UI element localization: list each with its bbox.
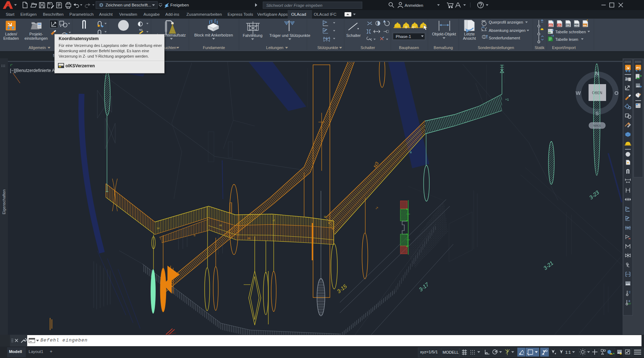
svg-text:+1: +1	[505, 98, 509, 101]
svg-text:Allgemein: Allgemein	[29, 45, 46, 50]
svg-text:Zeichnen und Beschrift...: Zeichnen und Beschrift...	[106, 3, 151, 7]
svg-text:84: 84	[248, 237, 250, 240]
svg-text:Anmelden: Anmelden	[405, 3, 423, 8]
svg-text:Träger und Stützpunkte: Träger und Stützpunkte	[269, 33, 311, 38]
svg-text:einstellungen: einstellungen	[25, 36, 48, 40]
svg-text:XML: XML	[583, 24, 587, 26]
svg-text:1:1: 1:1	[565, 350, 571, 354]
svg-text:Sonderdarstellungen: Sonderdarstellungen	[478, 45, 514, 50]
svg-text:Objekt-Objekt: Objekt-Objekt	[432, 32, 456, 36]
svg-text:Leitungen: Leitungen	[266, 45, 283, 50]
svg-text:Export/Import: Export/Import	[552, 45, 576, 50]
svg-text:3-17: 3-17	[418, 281, 430, 292]
svg-text:+4: +4	[375, 206, 379, 210]
svg-text:[−][Benutzerdefinierte An: [−][Benutzerdefinierte An	[10, 68, 57, 73]
svg-text:Sonderfundament: Sonderfundament	[489, 36, 520, 40]
svg-text:Stichwort oder Frage eingeben: Stichwort oder Frage eingeben	[266, 3, 322, 8]
svg-text:IFC: IFC	[636, 66, 641, 69]
svg-text:MT: MT	[628, 303, 631, 305]
svg-text:Letzte: Letzte	[464, 32, 475, 36]
svg-text:Absenkung anzeigen: Absenkung anzeigen	[489, 28, 526, 33]
svg-text:O: O	[614, 90, 619, 96]
svg-text:Tabelle lesen: Tabelle lesen	[555, 37, 578, 42]
svg-text:+8: +8	[219, 224, 222, 227]
svg-text:MS: MS	[549, 24, 552, 26]
svg-text:Block mit Ankerbolzen: Block mit Ankerbolzen	[194, 33, 233, 37]
svg-text:B: B	[410, 151, 412, 154]
svg-text:3-21: 3-21	[542, 260, 554, 271]
svg-text:Stützpunkte: Stützpunkte	[317, 45, 338, 50]
svg-text:Phase-1: Phase-1	[396, 34, 411, 39]
svg-text:Querprofil anzeigen: Querprofil anzeigen	[489, 20, 523, 24]
svg-text:Entladen: Entladen	[3, 36, 19, 40]
svg-text:14: 14	[157, 227, 160, 229]
svg-text:Fahrleitung: Fahrleitung	[243, 33, 262, 38]
svg-text:3-15: 3-15	[336, 283, 348, 294]
svg-text:Laden/: Laden/	[5, 32, 18, 36]
svg-text:WKS: WKS	[593, 124, 601, 127]
svg-text:Ansicht: Ansicht	[463, 36, 476, 40]
svg-text:3-23: 3-23	[588, 189, 600, 200]
svg-text:-2: -2	[273, 219, 275, 222]
svg-text:W: W	[576, 90, 581, 96]
svg-text:Fundamente: Fundamente	[203, 45, 225, 50]
svg-text:FS: FS	[558, 24, 561, 26]
svg-text:Tabelle schreiben: Tabelle schreiben	[555, 30, 586, 34]
svg-text:DH: DH	[566, 24, 570, 26]
svg-text:Bauphasen: Bauphasen	[399, 45, 419, 50]
svg-text:Statik: Statik	[535, 45, 545, 50]
svg-text:MT: MT	[548, 32, 552, 34]
svg-text:Freigeben: Freigeben	[170, 3, 189, 7]
svg-text:MDH: MDH	[574, 24, 579, 26]
svg-text:-6: -6	[193, 234, 195, 237]
svg-text:Bemaßung: Bemaßung	[434, 45, 453, 50]
svg-text:Projekt-: Projekt-	[29, 32, 43, 36]
svg-text:11: 11	[324, 216, 326, 218]
svg-text:Schalter: Schalter	[361, 45, 375, 50]
svg-text:Schalter: Schalter	[346, 33, 361, 38]
